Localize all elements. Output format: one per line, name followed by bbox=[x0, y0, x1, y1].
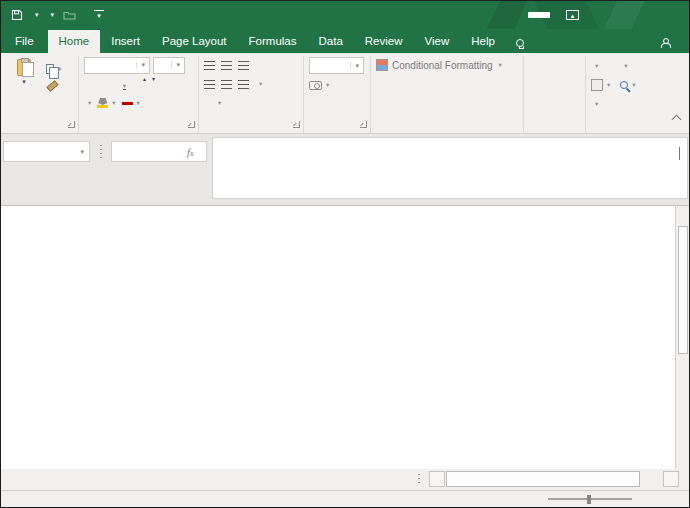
save-icon bbox=[11, 9, 23, 21]
clipboard-dialog-launcher-icon[interactable] bbox=[68, 121, 75, 128]
close-button[interactable] bbox=[657, 1, 687, 29]
scroll-left-icon[interactable] bbox=[429, 471, 445, 487]
insert-function-button[interactable]: fx bbox=[175, 146, 206, 158]
align-right-button[interactable] bbox=[238, 80, 249, 89]
tab-data[interactable]: Data bbox=[308, 30, 354, 53]
customize-qat-icon[interactable]: ▾ bbox=[94, 10, 104, 20]
name-box-dropdown-icon[interactable]: ▾ bbox=[75, 148, 89, 156]
formula-bar-input[interactable] bbox=[212, 137, 688, 199]
wrap-text-button[interactable] bbox=[216, 99, 221, 107]
new-sheet-button[interactable] bbox=[68, 469, 96, 490]
scroll-right-icon[interactable] bbox=[663, 471, 679, 487]
ribbon-tabs: File Home Insert Page Layout Formulas Da… bbox=[1, 30, 506, 53]
tab-review[interactable]: Review bbox=[354, 30, 414, 53]
align-top-button[interactable] bbox=[204, 61, 215, 70]
align-middle-button[interactable] bbox=[221, 61, 232, 70]
accounting-format-button[interactable] bbox=[309, 81, 329, 90]
zoom-control bbox=[541, 498, 639, 500]
ribbon: ▾ ▾ ▾ bbox=[1, 53, 689, 134]
font-dialog-launcher-icon[interactable] bbox=[188, 121, 195, 128]
merge-center-button[interactable] bbox=[255, 80, 262, 88]
align-left-button[interactable] bbox=[204, 80, 215, 89]
align-center-button[interactable] bbox=[221, 80, 232, 89]
sort-filter-button[interactable] bbox=[620, 58, 635, 74]
alignment-dialog-launcher-icon[interactable] bbox=[293, 121, 300, 128]
tab-help[interactable]: Help bbox=[460, 30, 506, 53]
number-group-label bbox=[307, 117, 367, 133]
quick-access-toolbar: ▾ bbox=[1, 9, 104, 21]
ribbon-display-options-icon[interactable]: ▲ bbox=[566, 10, 579, 20]
borders-button[interactable] bbox=[84, 99, 91, 107]
paste-button[interactable]: ▾ bbox=[7, 57, 41, 117]
worksheet-area bbox=[1, 206, 689, 469]
zoom-slider[interactable] bbox=[548, 498, 632, 500]
save-button[interactable] bbox=[11, 9, 23, 21]
font-size-dropdown-icon: ▾ bbox=[171, 61, 184, 69]
tab-home[interactable]: Home bbox=[48, 30, 101, 53]
scroll-up-icon[interactable] bbox=[676, 206, 689, 222]
tab-formulas[interactable]: Formulas bbox=[238, 30, 308, 53]
font-name-combo[interactable]: ▾ bbox=[84, 57, 150, 74]
format-painter-button[interactable] bbox=[46, 78, 61, 89]
lightbulb-icon bbox=[516, 39, 524, 47]
excel-window: ▾ ▲ File Home Insert Page Layout Formula… bbox=[0, 0, 690, 508]
number-format-dropdown-icon: ▾ bbox=[350, 62, 363, 70]
formula-buttons: fx bbox=[111, 141, 207, 162]
font-size-combo[interactable]: ▾ bbox=[153, 57, 185, 74]
title-right-controls: ▲ bbox=[528, 1, 689, 29]
shrink-font-button[interactable]: ▾ bbox=[152, 78, 155, 91]
tab-file[interactable]: File bbox=[1, 30, 48, 53]
number-format-combo[interactable]: ▾ bbox=[309, 57, 364, 74]
clipboard-group: ▾ bbox=[2, 56, 79, 133]
tab-page-layout[interactable]: Page Layout bbox=[151, 30, 238, 53]
align-bottom-button[interactable] bbox=[238, 61, 249, 70]
name-box[interactable]: ▾ bbox=[3, 141, 90, 162]
number-dialog-launcher-icon[interactable] bbox=[360, 121, 367, 128]
redo-button[interactable] bbox=[48, 11, 55, 19]
horizontal-scroll-thumb[interactable] bbox=[446, 471, 640, 487]
accounting-icon bbox=[309, 81, 322, 90]
collapse-ribbon-button[interactable] bbox=[672, 56, 689, 133]
tell-me-box[interactable] bbox=[506, 34, 539, 53]
find-select-button[interactable] bbox=[620, 77, 635, 93]
copy-button[interactable] bbox=[46, 64, 61, 74]
underline-button[interactable] bbox=[118, 78, 129, 90]
fill-color-icon bbox=[97, 98, 108, 108]
undo-button[interactable] bbox=[32, 11, 39, 19]
zoom-slider-thumb[interactable] bbox=[587, 495, 591, 504]
sheet-tab-bar bbox=[1, 469, 689, 491]
tab-view[interactable]: View bbox=[414, 30, 461, 53]
fill-icon bbox=[591, 79, 603, 91]
alignment-group-label bbox=[202, 117, 300, 133]
autosum-button[interactable] bbox=[591, 58, 610, 74]
vertical-scroll-thumb[interactable] bbox=[678, 226, 688, 354]
cells-group-label bbox=[527, 117, 582, 133]
font-color-button[interactable] bbox=[122, 99, 140, 107]
clear-button[interactable] bbox=[591, 96, 610, 112]
cells-group bbox=[524, 56, 586, 133]
vertical-scrollbar[interactable] bbox=[675, 206, 689, 469]
tab-insert[interactable]: Insert bbox=[100, 30, 151, 53]
maximize-button[interactable] bbox=[627, 1, 657, 29]
styles-conditional-formatting[interactable]: Conditional Formatting bbox=[376, 57, 518, 73]
chevron-up-icon bbox=[672, 115, 682, 125]
conditional-formatting-icon bbox=[376, 59, 388, 71]
fill-button[interactable] bbox=[591, 77, 610, 93]
minimize-button[interactable] bbox=[597, 1, 627, 29]
scroll-down-icon[interactable] bbox=[676, 453, 689, 469]
sign-in-button[interactable] bbox=[528, 12, 550, 18]
fill-color-button[interactable] bbox=[97, 98, 115, 108]
horizontal-scroll-track[interactable] bbox=[445, 471, 663, 487]
name-box-splitter[interactable] bbox=[100, 145, 102, 158]
format-painter-icon bbox=[46, 78, 57, 89]
open-button[interactable] bbox=[63, 10, 76, 20]
horizontal-scrollbar[interactable] bbox=[429, 471, 679, 487]
open-icon bbox=[63, 10, 76, 20]
collapse-formula-bar-button[interactable] bbox=[679, 148, 680, 160]
styles-group: Conditional Formatting bbox=[371, 56, 524, 133]
tab-scroll-splitter[interactable] bbox=[418, 474, 420, 486]
grow-font-button[interactable]: ▴ bbox=[143, 78, 146, 91]
font-group: ▾ ▾ ▴ ▾ bbox=[79, 56, 199, 133]
ribbon-tab-row: File Home Insert Page Layout Formulas Da… bbox=[1, 29, 689, 53]
share-button[interactable] bbox=[646, 33, 689, 53]
